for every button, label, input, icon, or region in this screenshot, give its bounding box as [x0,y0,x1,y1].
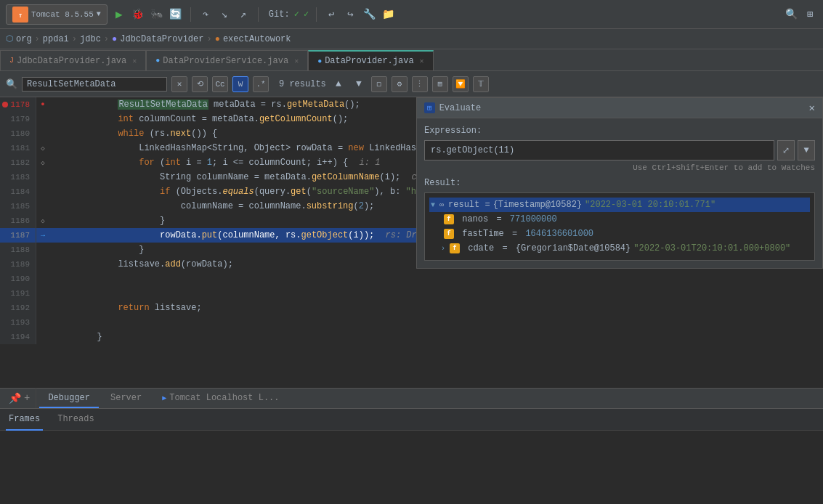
code-content-1182[interactable]: for (int i = 1; i <= columnCount; i++) {… [49,158,380,168]
bottom-tab-debugger[interactable]: Debugger [39,389,99,408]
search-filter-button[interactable]: ⚙ [392,76,408,92]
search-prev-button[interactable]: ▲ [331,76,346,92]
code-content-1178[interactable]: ResultSetMetaData metaData = rs.getMetaD… [49,99,360,110]
code-content-1188[interactable]: } [49,245,144,255]
gutter-1192: 1192 [0,301,36,315]
breadcrumb-class[interactable]: JdbcDataProvider [120,34,203,44]
evaluate-close-button[interactable]: ✕ [809,102,815,114]
breadcrumb-org[interactable]: org [16,34,32,44]
search-count: 9 results [279,79,326,89]
debug-icons-1181: ◇ [36,145,49,153]
code-content-1194[interactable]: } [49,332,102,342]
search-options-button[interactable]: ⋮ [412,76,428,92]
breadcrumb-method[interactable]: exectAutowork [223,34,291,44]
match-case-button[interactable]: Cc [212,76,228,92]
fold-icon-1181: ◇ [41,145,44,153]
tab-icon-dataproviderservice: ● [155,57,160,65]
field-type-cdate: {Gregorian$Date@10584} [516,243,631,253]
layout-button[interactable]: ⊞ [803,7,817,22]
field-eq-nanos: = [491,214,507,224]
search-filter2-button[interactable]: ⊞ [432,76,448,92]
bottom-pin-icon[interactable]: 📌 [9,392,21,405]
code-content-1186[interactable]: } [49,216,165,226]
settings-button[interactable]: 🔧 [362,7,376,22]
field-eq-cdate: = [497,243,513,253]
svg-text:T: T [19,12,22,18]
coverage-button[interactable]: 🐜 [150,7,164,22]
subtab-threads[interactable]: Threads [54,409,97,431]
tab-jdbcdataprovider[interactable]: J JdbcDataProvider.java ✕ [0,50,146,70]
gutter-1180: 1180 [0,126,36,141]
gutter-1181: 1181 [0,141,36,155]
tomcat-badge[interactable]: T Tomcat 8.5.55 ▼ [6,4,108,25]
search-input[interactable] [22,77,167,92]
search-filter3-button[interactable]: 𝕋 [473,76,489,92]
search-close-button[interactable]: 🔽 [453,76,469,92]
step-into-button[interactable]: ↘ [217,7,232,22]
tab-close-dataproviderservice[interactable]: ✕ [294,57,299,65]
toolbar-sep-1 [190,7,191,22]
profiler-button[interactable]: 🔄 [169,7,183,22]
search-icon: 🔍 [6,78,17,90]
search-bar: 🔍 ✕ ⟲ Cc W .* 9 results ▲ ▼ ◻ ⚙ ⋮ ⊞ 🔽 𝕋 [0,71,823,97]
debug-icons-1182: ◇ [36,159,49,167]
git-check2-icon: ✓ [304,9,309,20]
field-name-cdate: cdate [463,243,494,253]
result-type: {Timestamp@10582} [493,200,582,210]
code-content-1184[interactable]: if (Objects.equals(query.get("sourceName… [49,187,458,197]
breadcrumb-sep-1: › [35,34,40,44]
gutter-1186: 1186 [0,214,36,228]
tab-dataprovider[interactable]: ● DataProvider.java ✕ [308,50,433,70]
breadcrumb: ⬡ org › ppdai › jdbc › ● JdbcDataProvide… [0,29,823,49]
code-line-1191: 1191 [0,286,823,301]
search-clear-button[interactable]: ✕ [171,76,187,92]
bottom-tab-server[interactable]: Server [102,389,150,408]
bottom-tab-tomcat[interactable]: ▶ Tomcat Localhost L... [153,389,288,408]
field-val-fasttime: 1646136601000 [525,229,593,239]
run-button[interactable]: ▶ [112,7,126,22]
expression-dropdown-button[interactable]: ▼ [798,140,815,160]
code-line-1194: 1194 } [0,330,823,344]
evaluate-dialog: ⊞ Evaluate ✕ Expression: ⤢ ▼ Use Ctrl+Sh… [416,97,823,269]
code-content-1180[interactable]: while (rs.next()) { [49,129,217,139]
bottom-add-icon[interactable]: + [24,392,30,404]
debug-button[interactable]: 🐞 [131,7,145,22]
search-next-button[interactable]: ▼ [351,76,367,92]
code-content-1179[interactable]: int columnCount = metaData.getColumnCoun… [49,114,348,124]
whole-word-button[interactable]: W [232,76,248,92]
undo-button[interactable]: ↩ [324,7,338,22]
step-out-button[interactable]: ↗ [236,7,251,22]
step-over-button[interactable]: ↷ [198,7,213,22]
breadcrumb-sep-4: › [206,34,211,44]
bottom-subtabs: Frames Threads [0,409,823,431]
subtab-frames[interactable]: Frames [6,409,43,431]
tab-close-jdbcdataprovider[interactable]: ✕ [132,57,137,65]
open-folder-button[interactable]: 📁 [381,7,395,22]
expression-expand-button[interactable]: ⤢ [777,140,795,160]
code-content-1189[interactable]: listsave.add(rowData); [49,259,233,269]
tab-dataproviderservice[interactable]: ● DataProviderService.java ✕ [146,50,308,70]
search-toolbar-button[interactable]: 🔍 [784,7,798,22]
tomcat-dropdown-arrow[interactable]: ▼ [97,10,101,18]
evaluate-body: Expression: ⤢ ▼ Use Ctrl+Shift+Enter to … [417,118,822,268]
redo-button[interactable]: ↪ [343,7,357,22]
expression-input[interactable] [424,140,774,160]
search-prev-wrap-button[interactable]: ⟲ [192,76,208,92]
code-content-1185[interactable]: columnName = columnName.substring(2); [49,201,374,211]
bottom-right-panel [412,431,824,504]
search-toggle-button[interactable]: ◻ [371,76,387,92]
current-line-icon-1187: → [41,232,45,240]
regex-button[interactable]: .* [253,76,269,92]
bottom-panel: 📌 + Debugger Server ▶ Tomcat Localhost L… [0,388,823,504]
cdate-expand-icon[interactable]: › [441,245,445,253]
tomcat-tab-icon: ▶ [162,394,166,402]
gutter-1179: 1179 [0,112,36,126]
result-expand-icon[interactable]: ▼ [431,201,435,209]
breadcrumb-ppdai[interactable]: ppdai [43,34,69,44]
breadcrumb-jdbc[interactable]: jdbc [80,34,101,44]
tab-close-dataprovider[interactable]: ✕ [420,57,424,65]
evaluate-hint: Use Ctrl+Shift+Enter to add to Watches [424,163,815,172]
result-value: "2022-03-01 20:10:01.771" [585,200,715,210]
code-content-1192[interactable]: return listsave; [49,303,202,313]
fold-icon-1186: ◇ [41,217,44,225]
